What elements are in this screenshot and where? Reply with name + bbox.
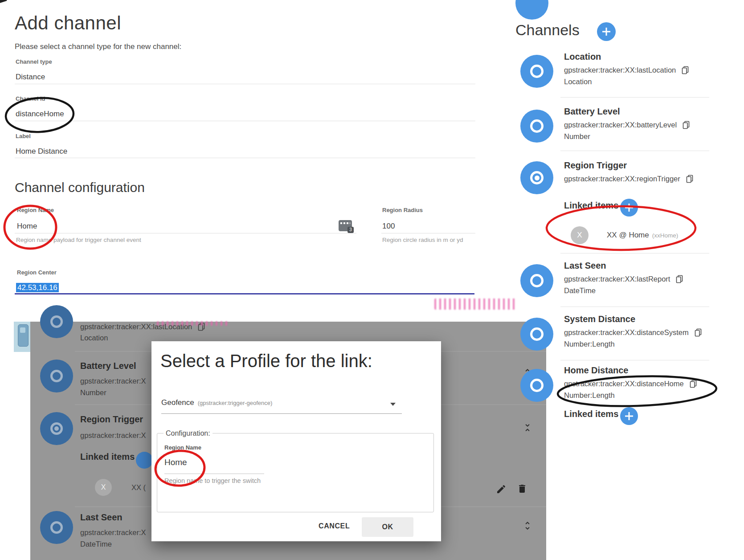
- channel-title: Last Seen: [564, 261, 742, 271]
- channel-type-text: Number:Length: [564, 391, 742, 400]
- linked-item-hint: (xxHome): [652, 232, 679, 239]
- channel-title: Home Distance: [564, 365, 742, 376]
- chevron-down-icon[interactable]: [390, 403, 396, 406]
- dim-row-battery: Battery Level gpstracker:tracker:X Numbe…: [80, 361, 146, 397]
- region-name-underline: [15, 233, 356, 233]
- blurred-artifact: [157, 321, 230, 326]
- channel-id-text: gpstracker:tracker:XX:distanceHome: [564, 380, 684, 388]
- channel-title: System Distance: [564, 314, 742, 324]
- fieldset-legend: Configuration:: [164, 429, 213, 437]
- section-title: Channel configuration: [15, 180, 145, 195]
- map-control-icon: [18, 324, 29, 347]
- ok-button[interactable]: OK: [362, 517, 413, 537]
- copy-icon[interactable]: [686, 175, 693, 183]
- divider: [560, 151, 709, 151]
- region-radius-label: Region Radius: [382, 207, 423, 213]
- partial-icon: [515, 0, 548, 20]
- channel-title: Battery Level: [80, 361, 146, 371]
- channel-item-region-trigger[interactable]: Region Trigger gpstracker:tracker:XX:reg…: [564, 160, 742, 183]
- blurred-artifact: [434, 298, 515, 310]
- channel-id-text: gpstracker:tracker:XX:distanceSystem: [564, 328, 689, 337]
- divider: [560, 307, 709, 307]
- add-linked-item-button[interactable]: [136, 452, 153, 469]
- edit-icon[interactable]: [496, 484, 507, 495]
- channel-id-text: gpstracker:tracker:XX:batteryLevel: [564, 121, 677, 129]
- linked-items-heading: Linked items: [564, 409, 618, 419]
- input-helper-icon[interactable]: 3: [339, 220, 352, 231]
- divider: [560, 253, 709, 253]
- profile-select-hint: (gpstracker:trigger-geofence): [198, 400, 273, 406]
- channel-type-text: DateTime: [564, 286, 742, 295]
- channel-title: Region Trigger: [564, 160, 742, 171]
- last-seen-channel-icon: [40, 511, 73, 544]
- configuration-fieldset: Configuration: Region Name Home Region n…: [157, 433, 434, 512]
- last-seen-channel-icon: [520, 264, 553, 297]
- location-channel-icon: [520, 55, 553, 88]
- linked-item-avatar: X: [95, 479, 112, 496]
- add-linked-item-button[interactable]: [620, 199, 638, 217]
- channel-title: Last Seen: [80, 512, 146, 523]
- channel-item-location[interactable]: Location gpstracker:tracker:XX:lastLocat…: [564, 52, 742, 86]
- page: Add channel Please select a channel type…: [0, 0, 744, 560]
- copy-icon[interactable]: [676, 275, 683, 283]
- linked-item-row[interactable]: XX @ Home(xxHome): [607, 231, 678, 240]
- profile-select-value: Geofence: [161, 398, 194, 407]
- channel-item-system-distance[interactable]: System Distance gpstracker:tracker:XX:di…: [564, 314, 742, 348]
- divider: [560, 360, 709, 360]
- channel-id-text: gpstracker:tracker:XX:lastLocation: [564, 66, 676, 74]
- unfold-more-icon[interactable]: [522, 520, 533, 531]
- channel-type-text: Number: [564, 132, 742, 141]
- corner-mark: [0, 0, 7, 4]
- region-name-input[interactable]: Home: [17, 222, 37, 231]
- region-center-selected-value: 42.53,16.16: [16, 283, 59, 292]
- channel-type-text: Number: [80, 388, 146, 397]
- channel-item-battery[interactable]: Battery Level gpstracker:tracker:XX:batt…: [564, 106, 742, 141]
- profile-dialog: Select a Profile for the link: Geofence(…: [151, 341, 441, 541]
- copy-icon[interactable]: [695, 328, 702, 337]
- dialog-region-name-helper: Region name to trigger the switch: [164, 477, 261, 484]
- cancel-button[interactable]: CANCEL: [319, 522, 350, 530]
- dialog-title: Select a Profile for the link:: [160, 351, 372, 371]
- region-center-label: Region Center: [17, 269, 57, 276]
- copy-icon[interactable]: [682, 66, 689, 74]
- region-center-input[interactable]: 42.53,16.16: [16, 283, 59, 292]
- profile-select-underline: [161, 413, 402, 414]
- profile-select[interactable]: Geofence(gpstracker:trigger-geofence): [161, 398, 272, 407]
- channel-id-text: gpstracker:tracker:X: [80, 377, 146, 385]
- divider: [560, 97, 709, 98]
- channel-id-input[interactable]: distanceHome: [16, 110, 64, 119]
- copy-icon[interactable]: [690, 380, 697, 388]
- channel-id-text: gpstracker:tracker:XX:regionTrigger: [564, 175, 680, 183]
- dialog-region-name-input[interactable]: Home: [164, 458, 187, 467]
- channel-type-text: Number:Length: [564, 340, 742, 348]
- region-radius-underline: [381, 233, 475, 233]
- label-field-input[interactable]: Home Distance: [16, 147, 67, 156]
- red-ellipse-linked-item: [547, 206, 695, 250]
- copy-icon[interactable]: [683, 121, 690, 129]
- channel-type-input[interactable]: Distance: [16, 73, 45, 82]
- intro-text: Please select a channel type for the new…: [15, 42, 181, 51]
- channel-id-text: gpstracker:tracker:XX:lastReport: [564, 275, 670, 283]
- channel-id-text: gpstracker:tracker:X: [80, 431, 146, 440]
- channel-type-text: DateTime: [80, 540, 146, 548]
- dialog-region-name-label: Region Name: [164, 444, 201, 451]
- dim-row-last-seen: Last Seen gpstracker:tracker:X DateTime: [80, 512, 146, 548]
- region-radius-input[interactable]: 100: [382, 222, 395, 231]
- channel-item-home-distance[interactable]: Home Distance gpstracker:tracker:XX:dist…: [564, 365, 742, 400]
- region-name-label: Region Name: [17, 207, 54, 213]
- input-helper-badge: 3: [347, 227, 354, 233]
- channel-type-label: Channel type: [16, 58, 52, 65]
- channels-title: Channels: [515, 21, 580, 39]
- unfold-less-icon[interactable]: [522, 422, 533, 433]
- page-title: Add channel: [15, 12, 121, 34]
- delete-icon[interactable]: [517, 483, 527, 494]
- add-linked-item-button[interactable]: [620, 407, 638, 425]
- channel-item-last-seen[interactable]: Last Seen gpstracker:tracker:XX:lastRepo…: [564, 261, 742, 295]
- map-fragment: [14, 322, 30, 352]
- region-radius-helper: Region circle radius in m or yd: [382, 237, 463, 243]
- channel-type-underline: [15, 84, 475, 84]
- battery-channel-icon: [40, 360, 73, 392]
- region-name-helper: Region name payload for trigger channel …: [16, 237, 141, 243]
- channel-id-text: gpstracker:tracker:X: [80, 528, 146, 537]
- add-channel-button[interactable]: [597, 22, 616, 41]
